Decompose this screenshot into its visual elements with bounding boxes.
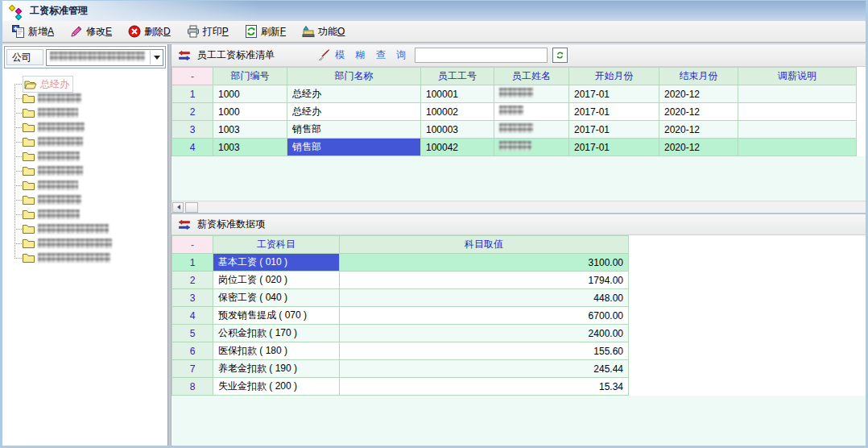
search-refresh-button[interactable] xyxy=(552,48,568,63)
salary-row-8[interactable]: 8 失业金扣款 ( 200 ) 15.34 xyxy=(172,378,629,396)
horizontal-scrollbar[interactable] xyxy=(172,201,866,213)
tree-item[interactable] xyxy=(10,236,167,251)
scroll-left-button[interactable] xyxy=(172,202,184,213)
column-header-start-month[interactable]: 开始月份 xyxy=(569,68,659,85)
cell-emp-name-redacted[interactable] xyxy=(494,103,569,121)
cell-salary-item[interactable]: 岗位工资 ( 020 ) xyxy=(213,272,340,289)
cell-dept-name[interactable]: 总经办 xyxy=(287,85,421,103)
tree-item[interactable] xyxy=(10,251,167,265)
cell-emp-no[interactable]: 100003 xyxy=(421,121,494,139)
cell-salary-item[interactable]: 保密工资 ( 040 ) xyxy=(213,289,340,307)
cell-dept-no[interactable]: 1000 xyxy=(213,103,287,121)
company-combobox[interactable] xyxy=(46,49,163,66)
tree-item[interactable] xyxy=(10,106,167,120)
salary-row-7[interactable]: 7 养老金扣款 ( 190 ) 245.44 xyxy=(172,360,629,378)
cell-item-value[interactable]: 1794.00 xyxy=(340,272,629,289)
cell-salary-item[interactable]: 医保扣款 ( 180 ) xyxy=(213,342,340,360)
salary-row-5[interactable]: 5 公积金扣款 ( 170 ) 2400.00 xyxy=(172,325,629,342)
cell-dept-name-selected[interactable]: 销售部 xyxy=(287,139,421,156)
tree-item[interactable] xyxy=(10,164,167,178)
cell-salary-item[interactable]: 预发销售提成 ( 070 ) xyxy=(213,307,340,325)
cell-note[interactable] xyxy=(738,121,857,139)
employee-row-2[interactable]: 2 1000 总经办 100002 2017-01 2020-12 xyxy=(172,103,857,121)
cell-emp-name-redacted[interactable] xyxy=(494,121,569,139)
tree-item-label-redacted xyxy=(38,209,80,219)
cell-emp-no[interactable]: 100002 xyxy=(421,103,494,121)
cell-salary-item[interactable]: 养老金扣款 ( 190 ) xyxy=(213,360,340,378)
employee-row-3[interactable]: 3 1003 销售部 100003 2017-01 2020-12 xyxy=(172,121,857,139)
cell-dept-name[interactable]: 总经办 xyxy=(287,103,421,121)
cell-emp-no[interactable]: 100001 xyxy=(421,85,494,103)
cell-end-month[interactable]: 2020-12 xyxy=(659,85,738,103)
cell-salary-item-selected[interactable]: 基本工资 ( 010 ) xyxy=(213,254,340,272)
add-button[interactable]: 新增A xyxy=(12,25,54,39)
tree-item-selected[interactable]: 总经办 xyxy=(10,77,167,91)
row-number: 6 xyxy=(172,342,213,360)
salary-row-4[interactable]: 4 预发销售提成 ( 070 ) 6700.00 xyxy=(172,307,629,325)
cell-dept-name[interactable]: 销售部 xyxy=(287,121,421,139)
arrow-left-icon xyxy=(175,205,180,209)
company-dropdown-button[interactable] xyxy=(150,51,163,64)
column-header-dept-name[interactable]: 部门名称 xyxy=(287,68,421,85)
cell-start-month[interactable]: 2017-01 xyxy=(569,103,659,121)
tree-item[interactable] xyxy=(10,135,167,149)
cell-item-value[interactable]: 2400.00 xyxy=(340,325,629,342)
cell-note[interactable] xyxy=(738,103,857,121)
cell-dept-no[interactable]: 1003 xyxy=(213,121,287,139)
cell-dept-no[interactable]: 1003 xyxy=(213,139,287,156)
scrollbar-thumb[interactable] xyxy=(185,202,198,213)
cell-item-value[interactable]: 448.00 xyxy=(340,289,629,307)
salary-row-1-selected[interactable]: 1 基本工资 ( 010 ) 3100.00 xyxy=(172,254,629,272)
tree-item[interactable] xyxy=(10,149,167,164)
salary-row-2[interactable]: 2 岗位工资 ( 020 ) 1794.00 xyxy=(172,272,629,289)
cell-salary-item[interactable]: 失业金扣款 ( 200 ) xyxy=(213,378,340,396)
tree-item[interactable] xyxy=(10,91,167,106)
cell-item-value[interactable]: 245.44 xyxy=(340,360,629,378)
tree-item[interactable] xyxy=(10,178,167,193)
cell-end-month[interactable]: 2020-12 xyxy=(659,121,738,139)
cell-start-month[interactable]: 2017-01 xyxy=(569,139,659,156)
employee-grid-region: - 部门编号 部门名称 员工工号 员工姓名 开始月份 结束月份 调薪说明 1 1… xyxy=(172,67,866,201)
fuzzy-search-input[interactable] xyxy=(415,48,548,63)
cell-end-month[interactable]: 2020-12 xyxy=(659,103,738,121)
tree-item[interactable] xyxy=(10,193,167,207)
edit-button[interactable]: 修改E xyxy=(70,25,112,39)
cell-note[interactable] xyxy=(738,85,857,103)
cell-note[interactable] xyxy=(738,139,857,156)
cell-item-value[interactable]: 3100.00 xyxy=(340,254,629,272)
cell-emp-name-redacted[interactable] xyxy=(494,85,569,103)
cell-item-value[interactable]: 6700.00 xyxy=(340,307,629,325)
column-header-end-month[interactable]: 结束月份 xyxy=(659,68,738,85)
tree-item[interactable] xyxy=(10,120,167,135)
tree-item[interactable] xyxy=(10,222,167,236)
cell-dept-no[interactable]: 1000 xyxy=(213,85,287,103)
salary-row-6[interactable]: 6 医保扣款 ( 180 ) 155.60 xyxy=(172,342,629,360)
cell-emp-name-redacted[interactable] xyxy=(494,139,569,156)
employee-row-1[interactable]: 1 1000 总经办 100001 2017-01 2020-12 xyxy=(172,85,857,103)
cell-emp-no[interactable]: 100042 xyxy=(421,139,494,156)
employee-row-4-selected[interactable]: 4 1003 销售部 100042 2017-01 2020-12 xyxy=(172,139,857,156)
cell-start-month[interactable]: 2017-01 xyxy=(569,121,659,139)
cell-item-value[interactable]: 15.34 xyxy=(340,378,629,396)
column-header-item-value[interactable]: 科目取值 xyxy=(340,236,629,254)
cell-salary-item[interactable]: 公积金扣款 ( 170 ) xyxy=(213,325,340,342)
employee-list-panel-header: 员工工资标准清单 模 糊 查 询 xyxy=(172,44,866,67)
column-header-emp-no[interactable]: 员工工号 xyxy=(421,68,494,85)
row-number: 5 xyxy=(172,325,213,342)
function-button[interactable]: 功能O xyxy=(302,25,345,39)
column-header-salary-item[interactable]: 工资科目 xyxy=(213,236,340,254)
tree-item[interactable] xyxy=(10,207,167,222)
tree-item-label-redacted xyxy=(38,195,81,205)
cell-end-month[interactable]: 2020-12 xyxy=(659,139,738,156)
row-number: 4 xyxy=(172,307,213,325)
delete-button[interactable]: 删除D xyxy=(128,25,171,39)
salary-table-header-row: - 工资科目 科目取值 xyxy=(172,236,629,254)
column-header-emp-name[interactable]: 员工姓名 xyxy=(494,68,569,85)
print-button[interactable]: 打印P xyxy=(187,25,229,39)
cell-start-month[interactable]: 2017-01 xyxy=(569,85,659,103)
salary-row-3[interactable]: 3 保密工资 ( 040 ) 448.00 xyxy=(172,289,629,307)
column-header-note[interactable]: 调薪说明 xyxy=(738,68,857,85)
refresh-button[interactable]: 刷新F xyxy=(245,25,286,39)
column-header-dept-no[interactable]: 部门编号 xyxy=(213,68,287,85)
cell-item-value[interactable]: 155.60 xyxy=(340,342,629,360)
